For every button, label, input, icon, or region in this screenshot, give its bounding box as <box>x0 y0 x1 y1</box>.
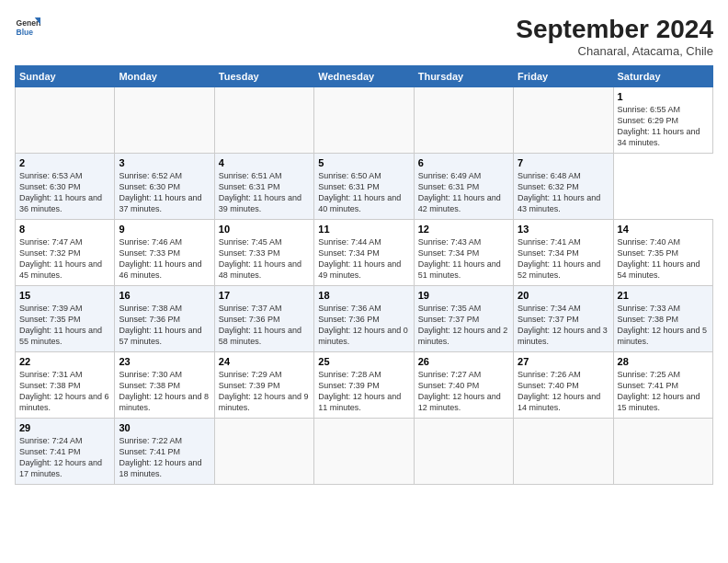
day-number: 23 <box>119 356 210 367</box>
day-number: 28 <box>618 356 709 367</box>
day-number: 7 <box>518 157 609 168</box>
day-number: 13 <box>518 224 609 235</box>
day-info: Sunrise: 7:26 AMSunset: 7:40 PMDaylight:… <box>518 369 609 414</box>
calendar-cell <box>414 419 513 485</box>
day-header: Sunday <box>16 66 115 87</box>
day-header: Friday <box>514 66 613 87</box>
calendar-cell <box>314 87 414 154</box>
day-header: Saturday <box>613 66 712 87</box>
day-info: Sunrise: 7:28 AMSunset: 7:39 PMDaylight:… <box>318 369 409 414</box>
day-number: 14 <box>618 224 709 235</box>
calendar-cell <box>514 419 613 485</box>
day-info: Sunrise: 6:53 AMSunset: 6:30 PMDaylight:… <box>19 170 110 215</box>
calendar-cell: 5Sunrise: 6:50 AMSunset: 6:31 PMDaylight… <box>314 154 414 220</box>
day-number: 19 <box>418 290 509 301</box>
day-info: Sunrise: 6:48 AMSunset: 6:32 PMDaylight:… <box>518 170 609 215</box>
day-info: Sunrise: 7:36 AMSunset: 7:36 PMDaylight:… <box>318 303 409 348</box>
day-number: 12 <box>418 224 509 235</box>
day-info: Sunrise: 6:52 AMSunset: 6:30 PMDaylight:… <box>119 170 210 215</box>
calendar-cell <box>514 87 613 154</box>
day-number: 20 <box>518 290 609 301</box>
calendar-cell: 1Sunrise: 6:55 AMSunset: 6:29 PMDaylight… <box>613 87 712 154</box>
day-number: 15 <box>19 290 110 301</box>
calendar-cell: 13Sunrise: 7:41 AMSunset: 7:34 PMDayligh… <box>514 220 613 286</box>
day-info: Sunrise: 7:44 AMSunset: 7:34 PMDaylight:… <box>318 236 409 282</box>
day-info: Sunrise: 7:46 AMSunset: 7:33 PMDaylight:… <box>119 236 210 282</box>
calendar-cell: 29Sunrise: 7:24 AMSunset: 7:41 PMDayligh… <box>16 419 115 485</box>
calendar-cell <box>214 419 313 485</box>
day-info: Sunrise: 7:41 AMSunset: 7:34 PMDaylight:… <box>518 236 609 282</box>
calendar-cell <box>214 87 313 154</box>
day-info: Sunrise: 7:22 AMSunset: 7:41 PMDaylight:… <box>119 435 210 480</box>
calendar-cell: 24Sunrise: 7:29 AMSunset: 7:39 PMDayligh… <box>214 352 313 419</box>
calendar-cell: 17Sunrise: 7:37 AMSunset: 7:36 PMDayligh… <box>214 286 313 352</box>
day-info: Sunrise: 7:47 AMSunset: 7:32 PMDaylight:… <box>19 236 110 282</box>
day-number: 30 <box>119 422 210 433</box>
calendar-cell: 19Sunrise: 7:35 AMSunset: 7:37 PMDayligh… <box>414 286 513 352</box>
day-info: Sunrise: 7:37 AMSunset: 7:36 PMDaylight:… <box>219 303 310 348</box>
day-info: Sunrise: 6:50 AMSunset: 6:31 PMDaylight:… <box>318 170 409 215</box>
day-number: 11 <box>318 224 409 235</box>
calendar-cell: 28Sunrise: 7:25 AMSunset: 7:41 PMDayligh… <box>613 352 712 419</box>
calendar-cell: 11Sunrise: 7:44 AMSunset: 7:34 PMDayligh… <box>314 220 414 286</box>
day-info: Sunrise: 7:25 AMSunset: 7:41 PMDaylight:… <box>618 369 709 414</box>
day-info: Sunrise: 7:38 AMSunset: 7:36 PMDaylight:… <box>119 303 210 348</box>
day-info: Sunrise: 7:30 AMSunset: 7:38 PMDaylight:… <box>119 369 210 414</box>
day-info: Sunrise: 6:55 AMSunset: 6:29 PMDaylight:… <box>618 104 709 149</box>
location: Chanaral, Atacama, Chile <box>516 44 713 58</box>
calendar-cell: 26Sunrise: 7:27 AMSunset: 7:40 PMDayligh… <box>414 352 513 419</box>
day-info: Sunrise: 7:40 AMSunset: 7:35 PMDaylight:… <box>618 236 709 282</box>
day-header: Thursday <box>414 66 513 87</box>
day-info: Sunrise: 7:27 AMSunset: 7:40 PMDaylight:… <box>418 369 509 414</box>
calendar-cell <box>414 87 513 154</box>
logo-icon: General Blue <box>15 15 40 40</box>
month-title: September 2024 <box>516 15 713 44</box>
day-number: 24 <box>219 356 310 367</box>
day-info: Sunrise: 7:39 AMSunset: 7:35 PMDaylight:… <box>19 303 110 348</box>
day-number: 16 <box>119 290 210 301</box>
day-number: 25 <box>318 356 409 367</box>
calendar-cell: 22Sunrise: 7:31 AMSunset: 7:38 PMDayligh… <box>16 352 115 419</box>
day-number: 5 <box>318 157 409 168</box>
day-number: 22 <box>19 356 110 367</box>
day-info: Sunrise: 6:51 AMSunset: 6:31 PMDaylight:… <box>219 170 310 215</box>
calendar-cell: 14Sunrise: 7:40 AMSunset: 7:35 PMDayligh… <box>613 220 712 286</box>
calendar-cell: 4Sunrise: 6:51 AMSunset: 6:31 PMDaylight… <box>214 154 313 220</box>
calendar-cell: 18Sunrise: 7:36 AMSunset: 7:36 PMDayligh… <box>314 286 414 352</box>
calendar-cell <box>16 87 115 154</box>
day-number: 26 <box>418 356 509 367</box>
calendar-cell <box>314 419 414 485</box>
day-info: Sunrise: 6:49 AMSunset: 6:31 PMDaylight:… <box>418 170 509 215</box>
day-number: 6 <box>418 157 509 168</box>
day-info: Sunrise: 7:45 AMSunset: 7:33 PMDaylight:… <box>219 236 310 282</box>
calendar-cell <box>613 419 712 485</box>
day-number: 10 <box>219 224 310 235</box>
calendar-cell: 20Sunrise: 7:34 AMSunset: 7:37 PMDayligh… <box>514 286 613 352</box>
day-info: Sunrise: 7:24 AMSunset: 7:41 PMDaylight:… <box>19 435 110 480</box>
calendar-cell <box>115 87 214 154</box>
day-number: 17 <box>219 290 310 301</box>
day-number: 1 <box>618 91 709 102</box>
day-header: Tuesday <box>214 66 313 87</box>
calendar-cell: 3Sunrise: 6:52 AMSunset: 6:30 PMDaylight… <box>115 154 214 220</box>
day-number: 9 <box>119 224 210 235</box>
calendar-cell: 16Sunrise: 7:38 AMSunset: 7:36 PMDayligh… <box>115 286 214 352</box>
calendar-table: SundayMondayTuesdayWednesdayThursdayFrid… <box>15 65 713 485</box>
day-number: 8 <box>19 224 110 235</box>
calendar-cell: 8Sunrise: 7:47 AMSunset: 7:32 PMDaylight… <box>16 220 115 286</box>
calendar-cell: 30Sunrise: 7:22 AMSunset: 7:41 PMDayligh… <box>115 419 214 485</box>
day-header: Monday <box>115 66 214 87</box>
day-number: 27 <box>518 356 609 367</box>
calendar-cell: 15Sunrise: 7:39 AMSunset: 7:35 PMDayligh… <box>16 286 115 352</box>
title-block: September 2024 Chanaral, Atacama, Chile <box>516 15 713 58</box>
day-number: 18 <box>318 290 409 301</box>
day-info: Sunrise: 7:29 AMSunset: 7:39 PMDaylight:… <box>219 369 310 414</box>
svg-text:General: General <box>17 18 40 28</box>
day-info: Sunrise: 7:43 AMSunset: 7:34 PMDaylight:… <box>418 236 509 282</box>
calendar-cell: 25Sunrise: 7:28 AMSunset: 7:39 PMDayligh… <box>314 352 414 419</box>
day-number: 2 <box>19 157 110 168</box>
calendar-cell: 7Sunrise: 6:48 AMSunset: 6:32 PMDaylight… <box>514 154 613 220</box>
day-info: Sunrise: 7:33 AMSunset: 7:38 PMDaylight:… <box>618 303 709 348</box>
day-info: Sunrise: 7:31 AMSunset: 7:38 PMDaylight:… <box>19 369 110 414</box>
calendar-cell: 9Sunrise: 7:46 AMSunset: 7:33 PMDaylight… <box>115 220 214 286</box>
